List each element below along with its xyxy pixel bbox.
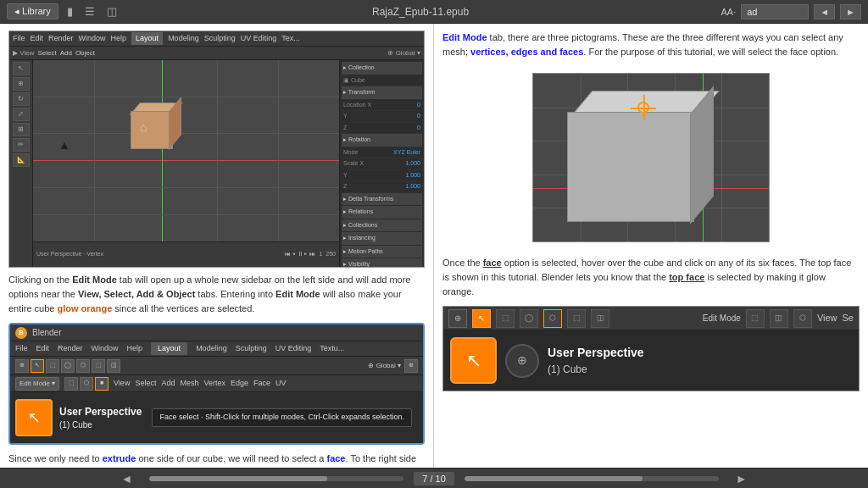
nav-prev-button[interactable]: ◄ [814,4,835,19]
right-bl-icon-8[interactable]: ◫ [770,309,788,328]
bl-edit-uvEditing[interactable]: UV Editing [275,343,312,355]
blender-left-toolbar: ↖ ⊕ ↻ ⤢ ⊞ ✏ 📐 [9,60,33,267]
bl-edit-window[interactable]: Window [92,343,119,355]
right-persp-title: User Perspective [548,344,644,362]
right-bl-icon-4[interactable]: ⬡ [543,309,562,328]
bl-icon-2[interactable]: ⬚ [46,359,59,373]
bl-icon-6[interactable]: ◫ [107,359,120,373]
bl-icon-cursor[interactable]: ↖ [31,359,44,373]
library-button[interactable]: ◂ Library [7,3,58,19]
axis-x-line [33,160,339,161]
crosshair [631,95,656,120]
para2-middle: one side of our cube, we will need to se… [136,453,326,463]
right-bl-icon-2[interactable]: ⬚ [496,309,515,328]
right-editmode-label: Edit Mode [442,32,487,42]
bl-edit-sculpting[interactable]: Sculpting [236,343,267,355]
right-bl-toolbar: ⊕ ↖ ⬚ ◯ ⬡ ⬚ ◫ Edit Mode ⬚ ◫ ⬡ View Se [443,307,859,330]
bl-tool-measure[interactable]: 📐 [13,153,30,167]
font-size-icon[interactable]: AA· [721,7,736,17]
bl-icon-snap[interactable]: ⊕ [404,359,418,373]
blender-tool-icons-row: ⊕ ↖ ⬚ ◯ ⬡ ⬚ ◫ [15,359,120,373]
bl-tab-layout[interactable]: Layout [131,32,163,46]
bl-sidebar-rotation: ▸ Rotation [342,134,422,147]
bl-edit-layout[interactable]: Layout [151,342,187,356]
bl-tool-transform[interactable]: ⊞ [13,123,30,136]
bl-mode-edge[interactable]: ⬡ [80,377,93,391]
grid-h2 [33,133,339,134]
bl-menu-help[interactable]: Help [111,33,127,45]
bl-tool-move[interactable]: ⊕ [13,77,30,91]
bl-nav-select[interactable]: Select [135,378,156,390]
user-perspective-icon: ↖ [15,399,53,436]
bl-tool-cursor[interactable]: ↖ [13,62,30,75]
bl-tab-uv[interactable]: UV Editing [241,33,277,45]
para1-suffix: since all the vertices are selected. [112,303,254,313]
bl-nav-face[interactable]: Face [253,378,270,390]
bottom-prev-arrow[interactable]: ◄ [114,472,139,485]
bl-nav-mesh[interactable]: Mesh [180,378,198,390]
bl-menu-render[interactable]: Render [48,33,74,45]
bl-mode-vert[interactable]: ⬚ [64,377,78,391]
bl-tab-modeling[interactable]: Modeling [168,33,199,45]
bl-edit-help[interactable]: Help [127,343,143,355]
bl-edit-render[interactable]: Render [58,343,83,355]
chart-icon[interactable]: ◫ [103,3,120,19]
list-icon[interactable]: ☰ [81,3,98,19]
bl-nav-edge[interactable]: Edge [231,378,248,390]
cube-symbol: ⌂ [140,119,147,136]
blender-menu-bar: File Edit Render Window Help Layout Mode… [9,31,424,47]
bl-sidebar-collections: ▸ Collections [342,219,422,232]
bl-bottom-persp: User Perspective · Vertex [36,250,103,259]
bl-tool-annotate[interactable]: ✏ [13,138,30,152]
bookmark-icon[interactable]: ▮ [64,3,76,19]
bl-icon-5[interactable]: ⬚ [92,359,105,373]
bl-edit-file[interactable]: File [15,343,28,355]
grid-h1 [33,97,339,97]
blender-bottom-bar: User Perspective · Vertex ⏮ ◀ ⏸ ▶ ⏭ 1 25… [33,241,339,267]
bl-sub-object[interactable]: Object [75,48,95,58]
right-para2: Once the face option is selected, hover … [442,256,860,299]
bl-nav-uv[interactable]: UV [275,378,287,390]
bl-nav-view[interactable]: View [114,378,130,390]
bl-tool-rotate[interactable]: ↻ [13,92,30,106]
bl-edit-edit[interactable]: Edit [36,343,50,355]
bl-sub-select[interactable]: Select [37,48,56,58]
bl-menu-edit[interactable]: Edit [31,33,44,45]
bl-nav-add[interactable]: Add [161,378,175,390]
blender-edit-mode-panel: B Blender File Edit Render Window Help L… [8,323,425,445]
nav-next-button[interactable]: ► [840,4,861,19]
edit-mode-select[interactable]: Edit Mode ▾ [15,377,59,391]
bl-icon-3[interactable]: ◯ [61,359,75,373]
right-bl-icon-9[interactable]: ⬡ [793,309,812,328]
search-input[interactable] [741,4,809,19]
bl-icon-1[interactable]: ⊕ [15,359,29,373]
right-bl-icon-cursor[interactable]: ↖ [472,309,491,328]
right-cube-container [442,66,860,249]
bl-sub-add[interactable]: Add [60,48,72,58]
right-bl-icon-3[interactable]: ◯ [520,309,538,328]
right-bl-view-label: View [817,311,837,325]
bl-menu-file[interactable]: File [13,33,25,45]
bl-prop-locz: Z 0 [342,123,422,135]
blender-label: Blender [32,326,61,339]
right-bl-icon-5[interactable]: ⬚ [567,309,586,328]
bottom-next-arrow[interactable]: ► [729,472,754,485]
bl-sub-view[interactable]: ▶ View [13,48,34,58]
blender-edit-content: ↖ User Perspective (1) Cube Face select … [10,392,423,443]
blender-tabs-row: ▶ View Select Add Object ⊕ Global ▾ [9,47,424,60]
bl-edit-modeling[interactable]: Modeling [196,343,227,355]
right-bl-icon-7[interactable]: ⬚ [746,309,765,328]
para2-prefix: Since we only need to [8,453,103,463]
right-bl-icon-6[interactable]: ◫ [591,309,609,328]
right-bl-icon-1[interactable]: ⊕ [448,309,467,328]
crosshair-circle [637,102,649,114]
bl-nav-vertex[interactable]: Vertex [203,378,225,390]
bl-tab-sculpting[interactable]: Sculpting [204,33,236,45]
bl-icon-4[interactable]: ⬡ [76,359,90,373]
bl-tool-scale[interactable]: ⤢ [13,108,30,121]
bl-menu-window[interactable]: Window [79,33,106,45]
bl-mode-face[interactable]: ■ [95,377,108,391]
bl-edit-textu[interactable]: Textu... [320,343,344,355]
para1-editmode2: Edit Mode [275,289,320,299]
bl-tab-texture[interactable]: Tex... [281,33,300,45]
